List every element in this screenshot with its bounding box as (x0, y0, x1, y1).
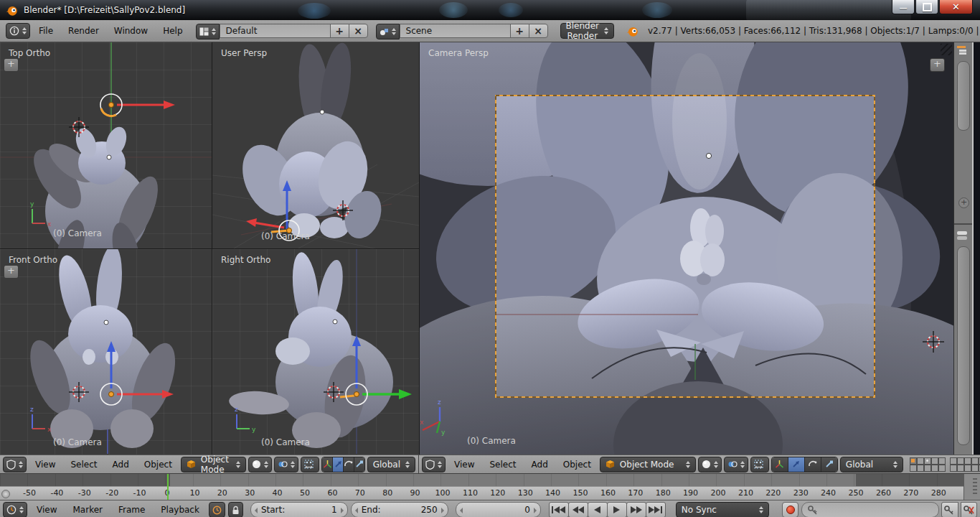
current-frame-field[interactable]: 0 (456, 502, 541, 517)
layer-cell[interactable] (910, 457, 917, 465)
menu-object[interactable]: Object (138, 458, 179, 471)
menu-file[interactable]: File (32, 24, 60, 37)
editor-type-button[interactable] (3, 457, 27, 472)
ruler-knob[interactable] (1, 490, 10, 498)
layer-cell[interactable] (924, 457, 931, 465)
editor-type-button[interactable] (422, 457, 446, 472)
layer-group-1[interactable] (910, 457, 946, 472)
lock-range-button[interactable] (228, 502, 243, 517)
menu-select[interactable]: Select (64, 458, 103, 471)
add-screen-button[interactable]: + (330, 24, 349, 38)
layer-cell[interactable] (950, 457, 957, 465)
area-corner-widget[interactable] (941, 44, 952, 55)
layer-cell[interactable] (971, 457, 979, 465)
layer-cell[interactable] (931, 465, 938, 472)
menu-view[interactable]: View (29, 458, 62, 471)
layer-cell[interactable] (924, 465, 931, 472)
translate-manipulator-button[interactable] (332, 457, 343, 472)
delete-keyframe-button[interactable] (961, 502, 978, 517)
mode-dropdown[interactable]: Object Mode (600, 457, 696, 472)
menu-frame[interactable]: Frame (112, 503, 151, 516)
current-frame-marker[interactable] (167, 474, 169, 500)
start-frame-field[interactable]: Start: 1 (250, 502, 348, 517)
screen-layout-browse-button[interactable] (196, 24, 220, 39)
timeline-editor[interactable]: -50-40-30-20-100102030405060708090100110… (0, 473, 980, 500)
expand-toolbar-button[interactable]: + (4, 58, 19, 72)
title-bar[interactable]: Blender* [D:\Freizeit\SallyPov2.blend] —… (0, 0, 980, 20)
viewport-right-ortho[interactable]: z y Right Ortho (0) Camera (212, 249, 419, 455)
layer-cell[interactable] (931, 457, 938, 465)
menu-view[interactable]: View (30, 503, 63, 516)
delete-screen-button[interactable]: × (349, 24, 368, 38)
mode-dropdown[interactable]: Object Mode (181, 457, 247, 472)
layer-cell[interactable] (938, 465, 946, 472)
scene-name-field[interactable]: Scene (400, 24, 511, 38)
viewport-shading-button[interactable] (698, 457, 722, 472)
play-reverse-button[interactable] (588, 502, 608, 517)
menu-marker[interactable]: Marker (66, 503, 108, 516)
menu-add[interactable]: Add (525, 458, 555, 471)
maximize-button[interactable] (915, 0, 938, 14)
expand-properties-button[interactable]: + (930, 58, 945, 72)
screen-layout-name-field[interactable]: Default (220, 24, 331, 38)
layer-cell[interactable] (938, 457, 946, 465)
proportional-edit-button[interactable] (750, 457, 769, 472)
menu-select[interactable]: Select (483, 458, 522, 471)
menu-add[interactable]: Add (106, 458, 136, 471)
manipulator-axes-button[interactable] (772, 457, 788, 472)
render-engine-dropdown[interactable]: Blender Render (560, 23, 615, 39)
close-button[interactable]: ✕ (939, 0, 973, 14)
layer-cell[interactable] (971, 465, 979, 472)
layer-group-2[interactable] (950, 457, 980, 472)
proportional-edit-button[interactable] (301, 457, 319, 472)
keying-set-field[interactable] (801, 502, 939, 517)
translate-manipulator-button[interactable] (788, 457, 804, 472)
pivot-point-button[interactable] (724, 457, 748, 472)
sync-dropdown[interactable]: No Sync (676, 502, 769, 517)
layer-cell[interactable] (910, 465, 917, 472)
minimize-button[interactable]: — (892, 0, 915, 14)
manipulator-axes-button[interactable] (322, 457, 332, 472)
editor-type-button[interactable] (6, 23, 30, 39)
prev-keyframe-button[interactable] (568, 502, 588, 517)
menu-view[interactable]: View (448, 458, 481, 471)
layer-cell[interactable] (917, 465, 924, 472)
viewport-front-ortho[interactable]: z x Front Ortho (0) Camera + (0, 249, 212, 455)
scale-manipulator-button[interactable] (354, 457, 364, 472)
menu-playback[interactable]: Playback (154, 503, 206, 516)
timeline-tracks[interactable] (0, 474, 964, 487)
scene-browse-button[interactable] (376, 24, 400, 39)
properties-scrollbar[interactable] (957, 246, 970, 445)
outliner-scrollbar[interactable] (957, 61, 970, 131)
jump-to-end-button[interactable] (646, 502, 666, 517)
transform-orientation-dropdown[interactable]: Global (367, 457, 415, 472)
timeline-ruler[interactable]: -50-40-30-20-100102030405060708090100110… (0, 486, 964, 500)
next-keyframe-button[interactable] (626, 502, 646, 517)
auto-keyframe-button[interactable] (782, 502, 799, 517)
layer-cell[interactable] (957, 465, 964, 472)
scrollbar-grip[interactable] (973, 478, 977, 495)
rotate-manipulator-button[interactable] (804, 457, 821, 472)
rotate-manipulator-button[interactable] (343, 457, 354, 472)
viewport-shading-button[interactable] (248, 457, 272, 472)
insert-keyframe-button[interactable] (941, 502, 958, 517)
zoom-in-widget[interactable]: + (958, 197, 969, 208)
menu-object[interactable]: Object (557, 458, 598, 471)
viewport-top-ortho[interactable]: y x Top Ortho (0) Camera + (0, 42, 212, 248)
layer-cell[interactable] (950, 465, 957, 472)
menu-help[interactable]: Help (156, 24, 189, 37)
add-scene-button[interactable]: + (510, 24, 529, 38)
preview-range-button[interactable] (209, 502, 225, 517)
viewport-camera-persp[interactable]: z x y Camera Persp (0) Camera + (419, 42, 953, 455)
delete-scene-button[interactable]: × (529, 24, 548, 38)
layer-cell[interactable] (964, 465, 971, 472)
editor-type-button[interactable] (3, 502, 27, 517)
scale-manipulator-button[interactable] (821, 457, 837, 472)
transform-orientation-dropdown[interactable]: Global (840, 457, 903, 472)
layer-cell[interactable] (917, 457, 924, 465)
layer-cell[interactable] (964, 457, 971, 465)
expand-toolbar-button[interactable]: + (4, 265, 19, 279)
menu-render[interactable]: Render (62, 24, 105, 37)
jump-to-start-button[interactable] (549, 502, 569, 517)
pivot-point-button[interactable] (274, 457, 298, 472)
